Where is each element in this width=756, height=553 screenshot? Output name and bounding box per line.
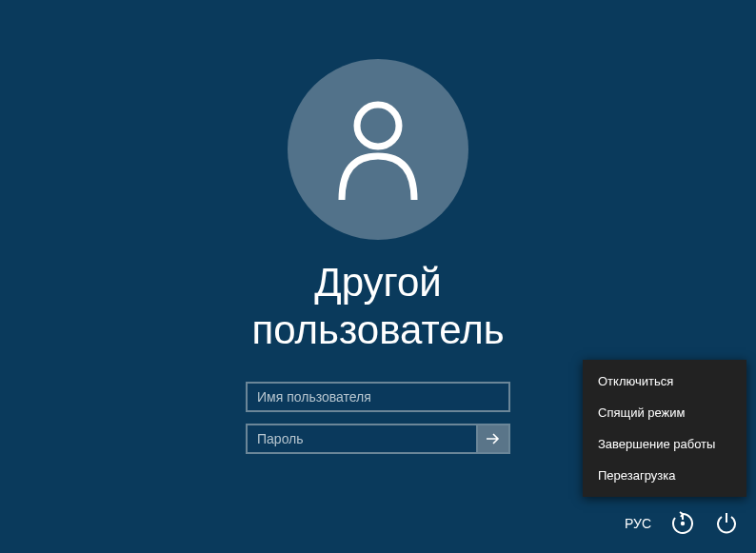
svg-point-0	[357, 105, 399, 147]
ease-of-access-button[interactable]	[670, 511, 695, 536]
password-input[interactable]	[246, 424, 478, 454]
account-title: Другой пользователь	[251, 259, 504, 353]
menu-item-sleep[interactable]: Спящий режим	[583, 397, 746, 428]
menu-item-disconnect[interactable]: Отключиться	[583, 365, 746, 397]
power-menu: Отключиться Спящий режим Завершение рабо…	[583, 360, 746, 497]
menu-item-restart[interactable]: Перезагрузка	[583, 460, 746, 491]
username-input[interactable]	[246, 382, 510, 412]
power-icon	[714, 511, 739, 536]
submit-button[interactable]	[478, 424, 510, 454]
user-avatar	[288, 59, 468, 240]
person-icon	[330, 97, 426, 202]
power-button[interactable]	[714, 511, 739, 536]
language-indicator[interactable]: РУС	[625, 516, 651, 531]
svg-point-1	[681, 522, 685, 525]
bottom-bar: РУС	[625, 511, 739, 536]
menu-item-shutdown[interactable]: Завершение работы	[583, 428, 746, 460]
arrow-right-icon	[485, 430, 502, 447]
ease-of-access-icon	[670, 511, 695, 536]
